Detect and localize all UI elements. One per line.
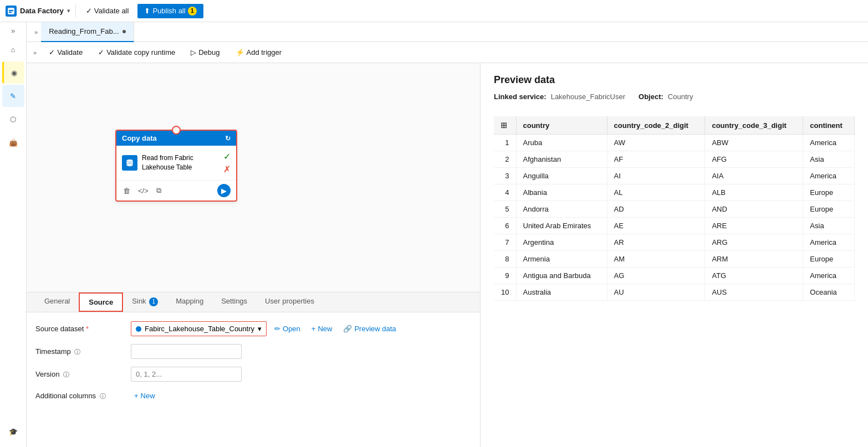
publish-all-label: Publish all bbox=[152, 7, 185, 15]
tab-general[interactable]: General bbox=[35, 292, 79, 312]
cell-country: Andorra bbox=[516, 201, 607, 218]
dataset-select[interactable]: Fabirc_Lakehouse_Table_Country ▾ bbox=[131, 321, 267, 336]
validate-copy-label: Validate copy runtime bbox=[106, 48, 175, 56]
sidebar-item-factory[interactable]: ⬡ bbox=[2, 108, 24, 130]
validate-all-button[interactable]: ✓ Validate all bbox=[81, 4, 134, 17]
tab-sink-badge: 1 bbox=[149, 297, 158, 306]
tab-mapping[interactable]: Mapping bbox=[167, 292, 212, 312]
add-col-label: New bbox=[141, 392, 155, 400]
cell-code2: AR bbox=[607, 234, 705, 251]
col-country: country bbox=[516, 116, 607, 135]
preview-data-button[interactable]: 🔗 Preview data bbox=[340, 322, 399, 335]
cell-country: Armenia bbox=[516, 251, 607, 268]
toolbar-actions: ✓ Validate all ⬆ Publish all 1 bbox=[81, 4, 203, 18]
preview-title: Preview data bbox=[494, 74, 855, 86]
content-area: » Reading_From_Fab... » ✓ Validate ✓ Val… bbox=[27, 22, 868, 447]
cell-continent: America bbox=[803, 168, 855, 184]
pipeline-canvas[interactable]: Copy data ↻ bbox=[27, 63, 480, 292]
cell-continent: Oceania bbox=[803, 284, 855, 301]
tab-sink[interactable]: Sink 1 bbox=[123, 292, 167, 312]
tab-expand-icon[interactable]: » bbox=[31, 27, 41, 38]
row-num: 8 bbox=[494, 251, 516, 268]
table-row: 6 United Arab Emirates AE ARE Asia bbox=[494, 218, 855, 234]
tab-bar: » Reading_From_Fab... bbox=[27, 22, 868, 42]
cell-code3: AUS bbox=[705, 284, 803, 301]
col-icon: ⊞ bbox=[494, 116, 516, 135]
sidebar-item-home[interactable]: ⌂ bbox=[2, 38, 24, 60]
tab-settings[interactable]: Settings bbox=[212, 292, 256, 312]
app-title: Data Factory bbox=[20, 7, 64, 15]
timestamp-input[interactable] bbox=[131, 344, 242, 359]
validate-copy-runtime-button[interactable]: ✓ Validate copy runtime bbox=[95, 46, 178, 59]
panel-tabs: General Source Sink 1 Mapping bbox=[27, 292, 480, 312]
node-refresh-icon[interactable]: ↻ bbox=[225, 135, 231, 142]
main-container: » ⌂ ◉ ✎ ⬡ 👜 🎓 » Reading_From_Fab... bbox=[0, 22, 868, 447]
node-run-button[interactable]: ▶ bbox=[217, 184, 231, 197]
cell-code2: AI bbox=[607, 168, 705, 184]
debug-label: Debug bbox=[198, 48, 219, 56]
source-dataset-row: Source dataset * Fabirc_Lakehouse_Table_… bbox=[35, 321, 471, 336]
new-dataset-button[interactable]: + New bbox=[308, 322, 336, 335]
cell-continent: America bbox=[803, 268, 855, 284]
required-star: * bbox=[86, 325, 89, 333]
cell-country: Anguilla bbox=[516, 168, 607, 184]
validate-button[interactable]: ✓ Validate bbox=[45, 46, 86, 59]
open-dataset-button[interactable]: ✏ Open bbox=[271, 322, 304, 335]
publish-badge: 1 bbox=[188, 7, 197, 16]
additional-info-icon: ⓘ bbox=[100, 393, 106, 399]
bottom-panel: General Source Sink 1 Mapping bbox=[27, 292, 480, 447]
manage-icon: 👜 bbox=[9, 138, 18, 147]
node-db-icon bbox=[122, 155, 137, 171]
col-continent: continent bbox=[803, 116, 855, 135]
object-meta: Object: Country bbox=[639, 93, 693, 101]
add-trigger-button[interactable]: ⚡ Add trigger bbox=[232, 46, 285, 59]
tab-reading-from-fab[interactable]: Reading_From_Fab... bbox=[41, 22, 134, 42]
cell-code2: AE bbox=[607, 218, 705, 234]
app-chevron[interactable]: ▾ bbox=[67, 8, 70, 14]
tab-label: Reading_From_Fab... bbox=[49, 27, 119, 35]
sidebar-item-monitor[interactable]: ◉ bbox=[2, 61, 24, 84]
sidebar-item-learn[interactable]: 🎓 bbox=[2, 420, 24, 443]
node-delete-button[interactable]: 🗑 bbox=[122, 186, 131, 196]
object-label: Object: bbox=[639, 93, 663, 101]
copy-data-node[interactable]: Copy data ↻ bbox=[115, 130, 237, 202]
preview-table: ⊞ country country_code_2_digit country_c… bbox=[494, 116, 855, 301]
dataset-dot-icon bbox=[136, 326, 141, 332]
timestamp-row: Timestamp ⓘ bbox=[35, 344, 471, 359]
publish-icon: ⬆ bbox=[144, 7, 150, 15]
plus-icon: + bbox=[312, 325, 316, 333]
preview-panel: Preview data Linked service: Lakehouse_F… bbox=[480, 63, 868, 447]
table-row: 1 Aruba AW ABW America bbox=[494, 135, 855, 151]
linked-service-label: Linked service: bbox=[494, 93, 547, 101]
sidebar-item-manage[interactable]: 👜 bbox=[2, 131, 24, 153]
factory-icon: ⬡ bbox=[10, 115, 16, 124]
tab-user-properties[interactable]: User properties bbox=[256, 292, 323, 312]
tab-source[interactable]: Source bbox=[79, 292, 123, 312]
object-value: Country bbox=[668, 93, 693, 101]
row-num: 9 bbox=[494, 268, 516, 284]
cell-code3: AND bbox=[705, 201, 803, 218]
table-row: 8 Armenia AM ARM Europe bbox=[494, 251, 855, 268]
row-num: 1 bbox=[494, 135, 516, 151]
cell-continent: America bbox=[803, 234, 855, 251]
validate-check-icon: ✓ bbox=[49, 48, 55, 56]
node-copy-button[interactable]: ⧉ bbox=[155, 185, 162, 196]
sidebar-item-edit[interactable]: ✎ bbox=[2, 85, 24, 107]
cell-code3: ARE bbox=[705, 218, 803, 234]
version-input[interactable] bbox=[131, 367, 242, 382]
add-additional-column-button[interactable]: + New bbox=[131, 389, 159, 402]
cell-code2: AF bbox=[607, 151, 705, 168]
toolbar-expand-icon[interactable]: » bbox=[33, 49, 37, 56]
preview-link-icon: 🔗 bbox=[343, 325, 352, 333]
tab-unsaved-dot bbox=[122, 30, 126, 33]
node-title: Copy data bbox=[122, 134, 157, 142]
edit-pencil-icon: ✏ bbox=[274, 325, 280, 333]
home-icon: ⌂ bbox=[11, 45, 16, 54]
additional-columns-label: Additional columns ⓘ bbox=[35, 392, 124, 400]
cell-continent: Asia bbox=[803, 151, 855, 168]
sidebar-expand-icon[interactable]: » bbox=[9, 24, 17, 37]
debug-button[interactable]: ▷ Debug bbox=[187, 46, 223, 59]
cell-continent: Europe bbox=[803, 201, 855, 218]
publish-all-button[interactable]: ⬆ Publish all 1 bbox=[137, 4, 203, 18]
node-code-button[interactable]: </> bbox=[137, 186, 150, 196]
